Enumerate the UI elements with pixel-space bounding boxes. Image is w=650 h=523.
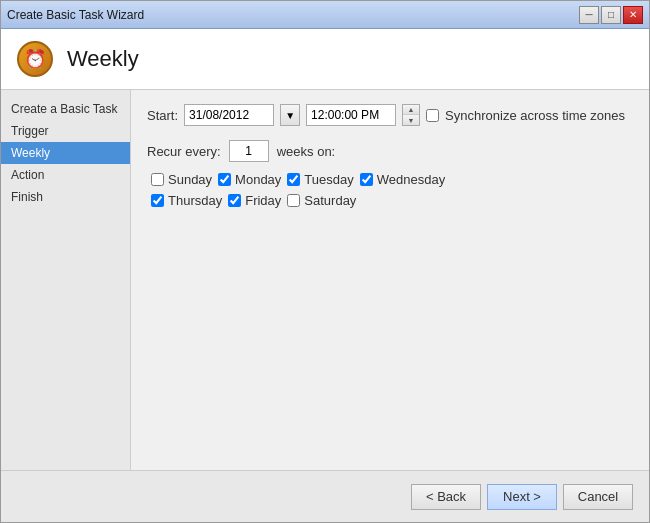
sidebar-item-finish[interactable]: Finish (1, 186, 130, 208)
monday-checkbox[interactable] (218, 173, 231, 186)
saturday-label: Saturday (304, 193, 356, 208)
title-bar: Create Basic Task Wizard ─ □ ✕ (1, 1, 649, 29)
main-window: Create Basic Task Wizard ─ □ ✕ ⏰ Weekly … (0, 0, 650, 523)
thursday-label: Thursday (168, 193, 222, 208)
header-area: ⏰ Weekly (1, 29, 649, 90)
day-sunday: Sunday (151, 172, 212, 187)
recur-label: Recur every: (147, 144, 221, 159)
close-button[interactable]: ✕ (623, 6, 643, 24)
sidebar: Create a Basic Task Trigger Weekly Actio… (1, 90, 131, 470)
sidebar-item-trigger-label: Trigger (1, 120, 130, 142)
day-friday: Friday (228, 193, 281, 208)
day-tuesday: Tuesday (287, 172, 353, 187)
window-controls: ─ □ ✕ (579, 6, 643, 24)
day-thursday: Thursday (151, 193, 222, 208)
monday-label: Monday (235, 172, 281, 187)
header-icon: ⏰ (17, 41, 53, 77)
time-spinner: ▲ ▼ (402, 104, 420, 126)
header-title: Weekly (67, 46, 139, 72)
tuesday-label: Tuesday (304, 172, 353, 187)
start-row: Start: ▼ ▲ ▼ Synchronize across time zon… (147, 104, 633, 126)
date-dropdown-button[interactable]: ▼ (280, 104, 300, 126)
start-time-input[interactable] (306, 104, 396, 126)
day-monday: Monday (218, 172, 281, 187)
sunday-checkbox[interactable] (151, 173, 164, 186)
sync-label: Synchronize across time zones (445, 108, 625, 123)
sync-checkbox[interactable] (426, 109, 439, 122)
friday-checkbox[interactable] (228, 194, 241, 207)
sunday-label: Sunday (168, 172, 212, 187)
wednesday-checkbox[interactable] (360, 173, 373, 186)
clock-icon: ⏰ (24, 48, 46, 70)
tuesday-checkbox[interactable] (287, 173, 300, 186)
sidebar-item-action[interactable]: Action (1, 164, 130, 186)
time-spin-up[interactable]: ▲ (403, 105, 419, 115)
start-date-input[interactable] (184, 104, 274, 126)
recur-input[interactable] (229, 140, 269, 162)
sidebar-item-weekly[interactable]: Weekly (1, 142, 130, 164)
days-row-1: Sunday Monday Tuesday Wednesday (151, 172, 633, 187)
content-area: Create a Basic Task Trigger Weekly Actio… (1, 90, 649, 470)
window-title: Create Basic Task Wizard (7, 8, 144, 22)
saturday-checkbox[interactable] (287, 194, 300, 207)
next-button[interactable]: Next > (487, 484, 557, 510)
back-button[interactable]: < Back (411, 484, 481, 510)
day-saturday: Saturday (287, 193, 356, 208)
days-row-2: Thursday Friday Saturday (151, 193, 633, 208)
weeks-on-label: weeks on: (277, 144, 336, 159)
cancel-button[interactable]: Cancel (563, 484, 633, 510)
wednesday-label: Wednesday (377, 172, 445, 187)
sidebar-item-create-basic-task: Create a Basic Task (1, 98, 130, 120)
time-spin-down[interactable]: ▼ (403, 115, 419, 125)
maximize-button[interactable]: □ (601, 6, 621, 24)
day-wednesday: Wednesday (360, 172, 445, 187)
start-label: Start: (147, 108, 178, 123)
minimize-button[interactable]: ─ (579, 6, 599, 24)
thursday-checkbox[interactable] (151, 194, 164, 207)
friday-label: Friday (245, 193, 281, 208)
main-panel: Start: ▼ ▲ ▼ Synchronize across time zon… (131, 90, 649, 470)
footer: < Back Next > Cancel (1, 470, 649, 522)
recur-row: Recur every: weeks on: (147, 140, 633, 162)
